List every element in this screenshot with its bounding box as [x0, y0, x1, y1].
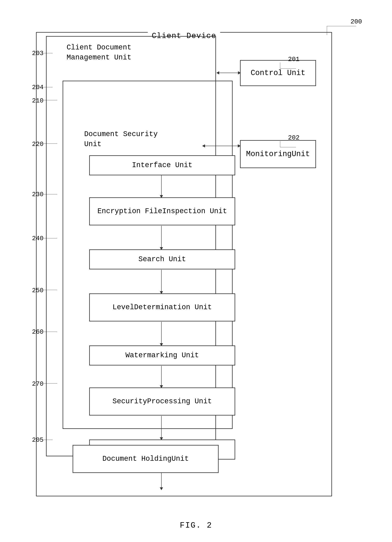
cdm-box: Client Document Management Unit Document… [46, 36, 216, 456]
ref-201: 201 [288, 56, 300, 63]
arrow-260-270 [161, 416, 162, 440]
arrow-230-240 [161, 270, 162, 294]
unit-210-interface: Interface Unit [89, 155, 235, 175]
ref-203: 203 [32, 50, 44, 57]
unit-220-encryption: Encryption File Inspection Unit [89, 197, 235, 225]
cdm-label: Client Document Management Unit [67, 43, 131, 63]
ref-202-line [280, 141, 280, 147]
unit-250-watermarking: Watermarking Unit [89, 346, 235, 365]
unit-260-security: Security Processing Unit [89, 387, 235, 416]
fig-caption: FIG. 2 [180, 521, 212, 530]
ref-210-line [44, 100, 57, 100]
dsu-label: Document Security Unit [84, 129, 158, 150]
ref-220: 220 [32, 141, 44, 148]
ref-240: 240 [32, 235, 44, 242]
diagram-container: 200 Client Device Client Document Manage… [30, 16, 362, 520]
ref-250: 250 [32, 287, 44, 294]
ref-230: 230 [32, 191, 44, 198]
ref-202: 202 [288, 134, 300, 141]
ref-205: 205 [32, 436, 44, 444]
ref-210: 210 [32, 97, 44, 104]
ref-201-line-h [280, 68, 296, 69]
control-unit-box: Control Unit [240, 60, 316, 86]
arrow-220-230 [161, 226, 162, 250]
bidir-arrow-control [217, 73, 241, 73]
ref-205-line [44, 440, 53, 440]
ref-230-line [44, 194, 57, 194]
ref-270-line [44, 383, 57, 384]
ref-200: 200 [350, 18, 362, 25]
ref-204: 204 [32, 84, 44, 91]
dhu-box: Document Holding Unit [73, 445, 219, 473]
ref-260: 260 [32, 328, 44, 336]
ref-200-line-h [327, 26, 356, 26]
unit-240-level: Level Determination Unit [89, 293, 235, 321]
arrow-210-220 [161, 175, 162, 198]
ref-203-line [44, 53, 53, 53]
ref-260-line [44, 332, 57, 332]
dsu-box: Document Security Unit Interface Unit En… [63, 81, 233, 429]
ref-270: 270 [32, 380, 44, 388]
arrow-240-250 [161, 322, 162, 346]
bidir-arrow-monitor [202, 146, 240, 146]
ref-201-line [280, 62, 280, 68]
arrow-250-260 [161, 366, 162, 388]
unit-230-search: Search Unit [89, 249, 235, 269]
monitoring-unit-box: Monitoring Unit [240, 140, 316, 168]
ref-204-line [44, 87, 53, 87]
ref-250-line [44, 290, 57, 290]
